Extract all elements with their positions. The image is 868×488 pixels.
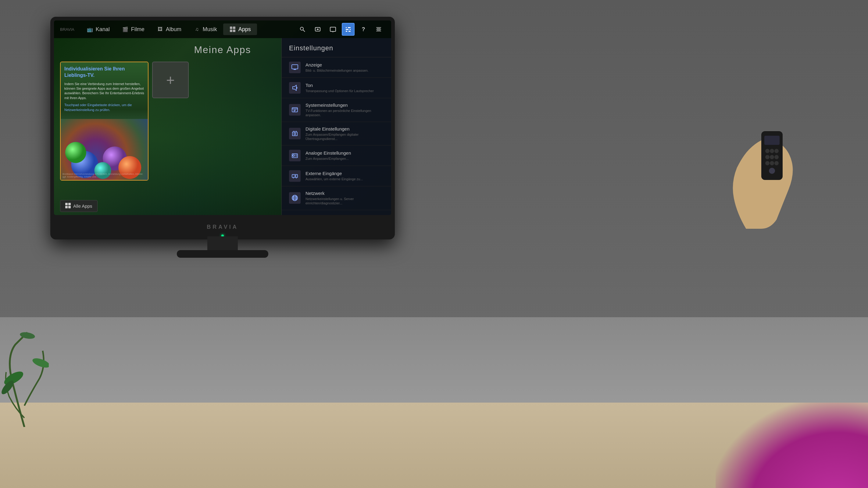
tv-unit: BRAVIA 📺 Kanal 🎬 Filme 🖼 Album ♫ Musik [50, 17, 395, 239]
system-icon [289, 104, 301, 116]
nav-label-album: Album [166, 26, 181, 33]
settings-item-digital[interactable]: Digitale Einstellungen Zum Anpassen/Empf… [282, 122, 391, 146]
featured-app-image [61, 119, 148, 180]
featured-app-text: Individualisieren Sie Ihren Lieblings-TV… [64, 66, 144, 112]
ton-text: Ton Tonanpassung und Optionen für Lautsp… [306, 83, 384, 93]
search-button[interactable] [296, 23, 309, 36]
analog-title: Analoge Einstellungen [306, 150, 384, 156]
featured-app-cta: Touchpad oder Eingabetaste drücken, um d… [64, 103, 144, 112]
settings-item-extern[interactable]: Externe Eingänge Auswählen, um externe E… [282, 166, 391, 186]
svg-rect-38 [65, 203, 68, 205]
settings-item-netzwerk[interactable]: Netzwerk Netzwerkeinstellungen u. Server… [282, 186, 391, 210]
netzwerk-text: Netzwerk Netzwerkeinstellungen u. Server… [306, 191, 384, 206]
sony-logo: BRAVIA [207, 224, 239, 230]
anzeige-icon [289, 62, 301, 73]
nav-label-apps: Apps [239, 26, 251, 33]
settings-panel-title: Einstellungen [282, 38, 391, 57]
nav-item-apps[interactable]: Apps [223, 24, 257, 35]
top-nav-bar: BRAVIA 📺 Kanal 🎬 Filme 🖼 Album ♫ Musik [54, 21, 391, 38]
extern-title: Externe Eingänge [306, 171, 384, 176]
svg-rect-19 [233, 30, 236, 32]
anzeige-title: Anzeige [306, 62, 384, 67]
featured-app-card[interactable]: Individualisieren Sie Ihren Lieblings-TV… [60, 62, 149, 181]
settings-panel: Einstellungen Anzeige Bild- u. Bildschir… [281, 38, 391, 215]
film-icon: 🎬 [122, 26, 129, 33]
system-desc: TV-Funktionen an persönliche Einstellung… [306, 109, 384, 117]
svg-rect-50 [292, 132, 297, 136]
digital-text: Digitale Einstellungen Zum Anpassen/Empf… [306, 126, 384, 141]
analog-desc: Zum Anpassen/Empfangen... [306, 156, 384, 161]
bottom-bar: Alle Apps [60, 200, 98, 212]
analog-text: Analoge Einstellungen Zum Anpassen/Empfa… [306, 150, 384, 161]
help-button[interactable]: ? [357, 23, 370, 36]
nav-label-filme: Filme [131, 26, 145, 33]
nav-item-kanal[interactable]: 📺 Kanal [81, 24, 116, 35]
system-text: Systemeinstellungen TV-Funktionen an per… [306, 102, 384, 117]
digital-title: Digitale Einstellungen [306, 126, 384, 131]
svg-rect-27 [346, 27, 351, 28]
tv-icon: 📺 [87, 26, 93, 33]
settings-item-system[interactable]: Systemeinstellungen TV-Funktionen an per… [282, 98, 391, 122]
nav-label-musik: Musik [203, 26, 217, 33]
digital-icon [289, 128, 301, 140]
input-button[interactable] [311, 23, 324, 36]
svg-line-21 [303, 30, 305, 32]
anzeige-text: Anzeige Bild- u. Bildschirmeinstellungen… [306, 62, 384, 72]
settings-button[interactable] [342, 23, 354, 36]
picture-button[interactable] [327, 23, 339, 36]
apps-icon [229, 26, 236, 33]
svg-rect-18 [230, 30, 232, 32]
extern-desc: Auswählen, um externe Eingänge zu... [306, 177, 384, 181]
netzwerk-icon [289, 192, 301, 204]
svg-text:A: A [293, 155, 294, 157]
extern-text: Externe Eingänge Auswählen, um externe E… [306, 171, 384, 181]
featured-app-footer: Breitband-Internetverbindung erforderlic… [62, 173, 146, 178]
svg-rect-17 [233, 27, 236, 29]
add-app-button[interactable]: + [152, 62, 189, 98]
ton-title: Ton [306, 83, 384, 88]
svg-rect-16 [230, 27, 232, 29]
album-icon: 🖼 [157, 26, 163, 33]
svg-marker-45 [293, 85, 296, 91]
plus-icon: + [166, 72, 175, 88]
system-title: Systemeinstellungen [306, 102, 384, 108]
settings-item-analog[interactable]: A Analoge Einstellungen Zum Anpassen/Emp… [282, 146, 391, 166]
netzwerk-desc: Netzwerkeinstellungen u. Server einricht… [306, 197, 384, 206]
nav-item-album[interactable]: 🖼 Album [151, 24, 187, 35]
nav-brand: BRAVIA [60, 27, 74, 32]
tv-ui: BRAVIA 📺 Kanal 🎬 Filme 🖼 Album ♫ Musik [54, 21, 391, 215]
analog-icon: A [289, 150, 301, 161]
settings-item-ton[interactable]: Ton Tonanpassung und Optionen für Lautsp… [282, 78, 391, 98]
furniture-shelf [0, 403, 868, 488]
netzwerk-title: Netzwerk [306, 191, 384, 196]
svg-rect-32 [347, 30, 348, 32]
anzeige-desc: Bild- u. Bildschirmeinstellungen anpasse… [306, 68, 384, 72]
nav-right-icons: ? [296, 23, 385, 36]
media-button[interactable] [372, 23, 385, 36]
all-apps-icon [65, 203, 71, 209]
svg-rect-41 [68, 206, 71, 208]
svg-rect-23 [317, 29, 319, 30]
featured-app-heading: Individualisieren Sie Ihren Lieblings-TV… [64, 66, 144, 79]
tv-screen: BRAVIA 📺 Kanal 🎬 Filme 🖼 Album ♫ Musik [54, 21, 391, 215]
ton-icon [289, 82, 301, 94]
svg-rect-42 [292, 65, 298, 69]
svg-rect-30 [347, 27, 348, 28]
all-apps-button[interactable]: Alle Apps [60, 200, 98, 212]
nav-item-filme[interactable]: 🎬 Filme [116, 24, 151, 35]
tv-stand-neck [207, 236, 238, 252]
ton-desc: Tonanpassung und Optionen für Lautsprech… [306, 89, 384, 93]
all-apps-label: Alle Apps [73, 204, 92, 209]
svg-rect-31 [348, 29, 350, 30]
svg-point-54 [294, 133, 296, 135]
nav-label-kanal: Kanal [96, 26, 110, 33]
tv-stand-base [177, 250, 268, 258]
nav-item-musik[interactable]: ♫ Musik [187, 24, 223, 35]
featured-app-body: Indem Sie eine Verbindung zum Internet h… [64, 82, 144, 101]
svg-rect-39 [68, 203, 71, 205]
settings-item-anzeige[interactable]: Anzeige Bild- u. Bildschirmeinstellungen… [282, 57, 391, 78]
svg-rect-28 [346, 29, 351, 30]
svg-rect-40 [65, 206, 68, 208]
extern-icon [289, 170, 301, 182]
music-icon: ♫ [194, 26, 200, 33]
